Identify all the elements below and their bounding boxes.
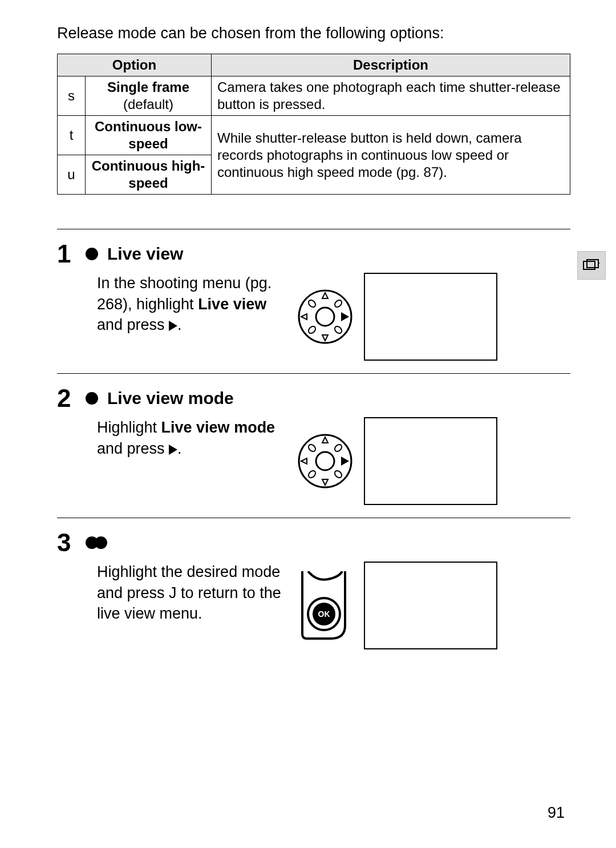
row-option: Continuous low-speed (86, 116, 212, 155)
row-desc: While shutter-release button is held dow… (212, 116, 570, 195)
svg-marker-3 (322, 335, 328, 341)
svg-point-19 (334, 470, 343, 479)
svg-point-18 (307, 470, 317, 479)
step-3: 3 Highlight the desired mode and press J… (57, 518, 570, 662)
right-triangle-icon (169, 321, 177, 331)
right-triangle-icon (169, 445, 177, 455)
row-symbol: t (58, 116, 86, 155)
step-text: Highlight the desired mode and press J t… (97, 562, 285, 624)
section-tab-icon (577, 251, 606, 280)
svg-point-6 (307, 299, 317, 309)
bullet-icon (86, 536, 104, 549)
svg-marker-14 (301, 458, 307, 464)
ok-button-icon: OK (297, 571, 354, 640)
row-desc: Camera takes one photograph each time sh… (212, 76, 570, 116)
page-number: 91 (548, 804, 565, 822)
screen-placeholder (364, 562, 497, 649)
bullet-icon (86, 248, 98, 260)
svg-point-8 (307, 325, 317, 335)
svg-point-17 (334, 443, 343, 453)
svg-marker-12 (322, 437, 328, 443)
svg-marker-13 (322, 479, 328, 485)
bullet-icon (86, 392, 98, 405)
svg-point-1 (316, 308, 334, 326)
screen-placeholder (364, 273, 497, 361)
screen-placeholder (364, 417, 497, 505)
step-number: 2 (57, 384, 76, 413)
table-row: t Continuous low-speed While shutter-rel… (58, 116, 570, 155)
row-option: Single frame (default) (86, 76, 212, 116)
step-number: 3 (57, 528, 76, 557)
svg-marker-15 (341, 457, 349, 466)
multiselector-icon (297, 288, 354, 345)
th-description: Description (212, 54, 570, 76)
step-number: 1 (57, 240, 76, 268)
svg-point-16 (307, 443, 317, 453)
svg-marker-4 (301, 314, 307, 320)
steps-list: 1 Live view In the shooting menu (pg. 26… (57, 229, 570, 662)
step-title: Live view (107, 244, 183, 264)
step-title: Live view mode (107, 389, 234, 408)
row-option: Continuous high-speed (86, 155, 212, 195)
svg-marker-5 (341, 312, 349, 321)
table-row: s Single frame (default) Camera takes on… (58, 76, 570, 116)
release-mode-table: Option Description s Single frame (defau… (57, 54, 570, 195)
svg-marker-2 (322, 293, 328, 298)
svg-point-9 (334, 325, 343, 335)
intro-text: Release mode can be chosen from the foll… (57, 23, 570, 43)
svg-point-7 (334, 299, 343, 309)
svg-point-11 (316, 452, 334, 470)
step-text: In the shooting menu (pg. 268), highligh… (97, 273, 285, 335)
th-option: Option (58, 54, 212, 76)
step-text: Highlight Live view mode and press . (97, 417, 285, 459)
step-2: 2 Live view mode Highlight Live view mod… (57, 374, 570, 518)
svg-text:OK: OK (318, 609, 330, 619)
multiselector-icon (297, 433, 354, 490)
step-1: 1 Live view In the shooting menu (pg. 26… (57, 229, 570, 374)
row-symbol: s (58, 76, 86, 116)
row-symbol: u (58, 155, 86, 195)
